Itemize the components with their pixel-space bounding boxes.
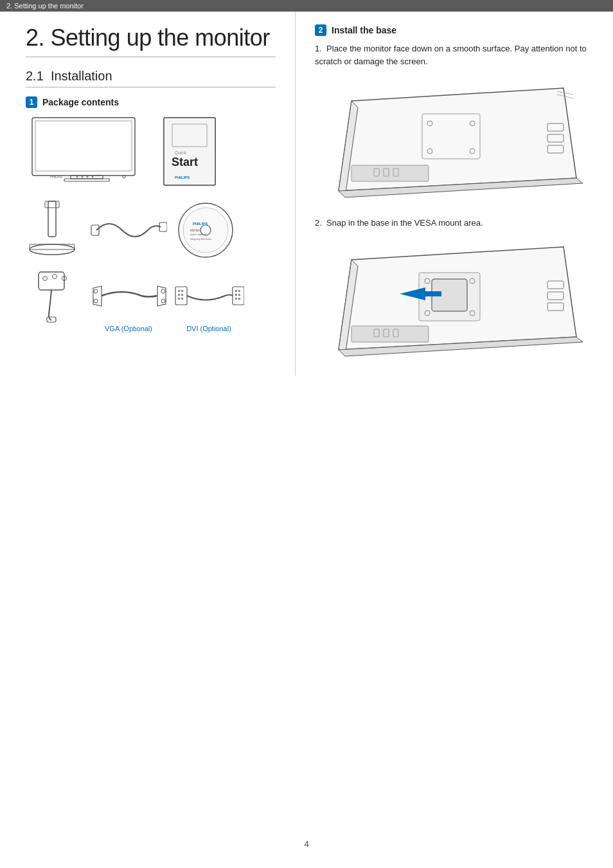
svg-point-4	[76, 176, 78, 178]
chapter-title: 2. Setting up the monitor	[26, 24, 276, 57]
package-row-2: PHILIPS Monitor user's manual easy key f…	[26, 198, 276, 262]
svg-point-31	[53, 275, 57, 279]
svg-rect-44	[181, 294, 183, 296]
svg-rect-48	[235, 290, 237, 292]
svg-text:easy key functions: easy key functions	[190, 237, 211, 240]
svg-rect-3	[64, 179, 109, 181]
svg-text:PHILIPS: PHILIPS	[50, 175, 63, 179]
svg-rect-51	[238, 294, 240, 296]
install-base-label: 2 Install the base	[315, 24, 594, 36]
right-column: 2 Install the base 1. Place the monitor …	[296, 12, 613, 375]
svg-point-35	[94, 289, 98, 293]
svg-rect-52	[235, 298, 237, 300]
svg-rect-29	[39, 272, 64, 290]
svg-rect-41	[178, 290, 180, 292]
vga-cable-illustration: VGA (Optional)	[90, 269, 167, 332]
svg-point-6	[87, 176, 89, 178]
svg-rect-17	[45, 201, 59, 208]
svg-point-30	[43, 276, 48, 281]
stand-illustration	[26, 198, 84, 262]
install-step-2-text: 2. Snap in the base in the VESA mount ar…	[315, 217, 594, 230]
svg-marker-37	[157, 286, 166, 306]
svg-text:user's manual: user's manual	[190, 233, 206, 236]
svg-point-7	[92, 176, 94, 178]
svg-text:Start: Start	[172, 156, 198, 168]
install-step-1-text: 1. Place the monitor face down on a smoo…	[315, 42, 594, 68]
svg-rect-43	[178, 294, 180, 296]
svg-rect-65	[351, 165, 429, 181]
package-contents-title: Package contents	[42, 97, 119, 107]
breadcrumb: 2. Setting up the monitor	[0, 0, 613, 12]
svg-rect-1	[35, 121, 132, 171]
cable-illustration	[90, 198, 167, 262]
vga-caption: VGA (Optional)	[105, 325, 152, 332]
section-title: 2.1 Installation	[26, 69, 276, 87]
svg-text:PHILIPS: PHILIPS	[193, 222, 208, 226]
svg-marker-34	[93, 286, 102, 306]
package-contents-label: 1 Package contents	[26, 96, 276, 108]
svg-rect-84	[351, 326, 429, 342]
svg-rect-46	[181, 298, 183, 300]
svg-text:Monitor: Monitor	[190, 229, 200, 232]
dvi-caption: DVI (Optional)	[186, 325, 231, 332]
svg-rect-16	[48, 201, 56, 237]
package-grid: PHILIPS Quick	[26, 114, 276, 332]
svg-rect-53	[238, 298, 240, 300]
quickstart-illustration: Quick Start PHILIPS	[154, 114, 225, 192]
power-cord-illustration	[26, 269, 84, 323]
svg-rect-45	[178, 298, 180, 300]
svg-rect-49	[238, 290, 240, 292]
svg-point-38	[161, 289, 165, 293]
svg-point-36	[94, 299, 98, 303]
svg-rect-50	[235, 294, 237, 296]
svg-point-5	[82, 176, 84, 178]
package-row-3: VGA (Optional)	[26, 269, 276, 332]
monitor-facedown-illustration-1	[315, 75, 594, 204]
cd-illustration: PHILIPS Monitor user's manual easy key f…	[173, 198, 238, 262]
svg-rect-20	[91, 225, 99, 235]
svg-rect-19	[30, 244, 75, 249]
svg-text:Quick: Quick	[175, 150, 186, 156]
badge-1: 1	[26, 96, 37, 108]
svg-text:PHILIPS: PHILIPS	[175, 176, 190, 179]
badge-2: 2	[315, 24, 326, 36]
dvi-cable-illustration: DVI (Optional)	[173, 269, 244, 332]
svg-rect-42	[181, 290, 183, 292]
left-column: 2. Setting up the monitor 2.1 Installati…	[0, 12, 296, 375]
install-base-title: Install the base	[332, 25, 396, 35]
package-row-1: PHILIPS Quick	[26, 114, 276, 192]
monitor-facedown-illustration-2	[315, 237, 594, 363]
monitor-illustration: PHILIPS	[26, 114, 148, 192]
page-number: 4	[0, 839, 613, 849]
svg-rect-0	[32, 118, 135, 176]
svg-point-39	[161, 299, 165, 303]
